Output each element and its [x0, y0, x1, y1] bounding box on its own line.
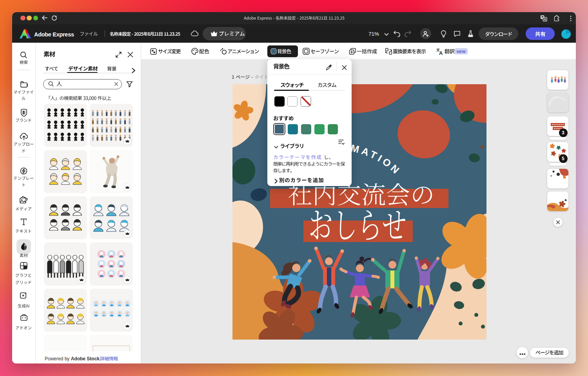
svg-text:INFORMATION: INFORMATION: [548, 96, 566, 105]
svg-text:A: A: [439, 50, 443, 56]
